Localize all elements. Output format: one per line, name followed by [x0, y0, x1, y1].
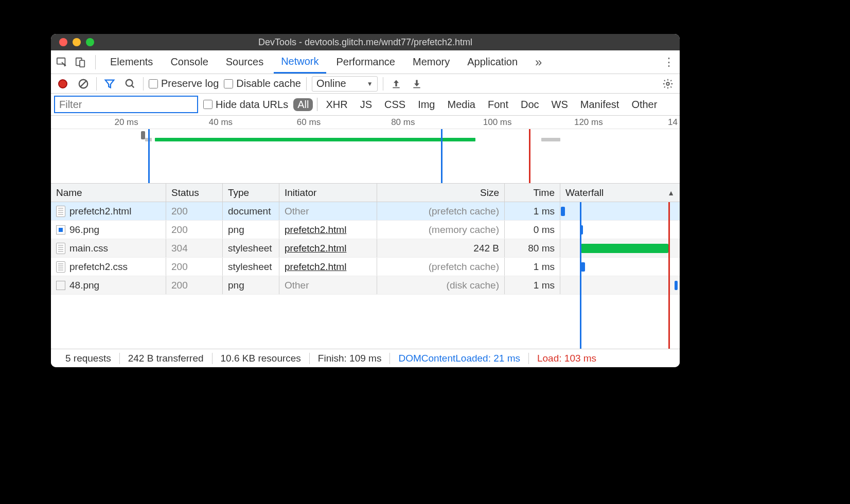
gear-icon[interactable]	[660, 76, 676, 92]
svg-point-9	[666, 82, 669, 85]
titlebar: DevTools - devtools.glitch.me/wndt77/pre…	[51, 34, 680, 50]
filter-input[interactable]	[54, 96, 198, 113]
svg-point-5	[126, 79, 133, 86]
status-resources: 10.6 KB resources	[213, 353, 310, 364]
tick-80: 80 ms	[391, 117, 415, 128]
overview-blue-line	[441, 129, 442, 183]
minimize-icon[interactable]	[73, 38, 81, 46]
throttling-value: Online	[316, 78, 346, 89]
table-row[interactable]: 48.png200pngOther(disk cache)1 ms	[51, 276, 680, 295]
disable-cache-checkbox[interactable]: Disable cache	[224, 78, 301, 89]
col-time[interactable]: Time	[505, 184, 560, 202]
hide-data-urls-label: Hide data URLs	[216, 99, 288, 111]
more-tabs-button[interactable]: »	[528, 50, 549, 74]
request-name: main.css	[69, 243, 108, 254]
fullscreen-icon[interactable]	[86, 38, 94, 46]
table-row[interactable]: prefetch2.html200documentOther(prefetch …	[51, 202, 680, 221]
tick-right: 14	[668, 117, 678, 128]
request-waterfall	[560, 221, 680, 239]
request-initiator[interactable]: prefetch2.html	[285, 224, 346, 236]
image-icon	[56, 225, 65, 235]
request-time: 1 ms	[505, 258, 560, 276]
table-body: prefetch2.html200documentOther(prefetch …	[51, 202, 680, 349]
sort-asc-icon: ▲	[667, 189, 675, 197]
filter-icon[interactable]	[102, 76, 117, 92]
filter-type-other[interactable]: Other	[627, 98, 661, 111]
tick-100: 100 ms	[483, 117, 512, 128]
col-type[interactable]: Type	[223, 184, 279, 202]
col-waterfall[interactable]: Waterfall▲	[560, 184, 680, 202]
col-status[interactable]: Status	[166, 184, 223, 202]
hide-data-urls-checkbox[interactable]: Hide data URLs	[203, 99, 288, 111]
traffic-lights	[51, 38, 94, 46]
search-icon[interactable]	[122, 76, 138, 92]
preserve-log-checkbox[interactable]: Preserve log	[149, 78, 219, 89]
file-icon	[56, 206, 65, 217]
overview-load-line	[529, 129, 530, 183]
tab-performance[interactable]: Performance	[329, 50, 403, 74]
request-status: 200	[166, 276, 223, 294]
filter-type-all[interactable]: All	[293, 98, 313, 111]
filter-type-img[interactable]: Img	[414, 98, 439, 111]
filter-type-ws[interactable]: WS	[547, 98, 572, 111]
divider	[95, 55, 96, 69]
svg-rect-0	[57, 58, 65, 64]
timeline-overview[interactable]: 20 ms 40 ms 60 ms 80 ms 100 ms 120 ms 14	[51, 116, 680, 184]
disable-cache-label: Disable cache	[236, 78, 301, 89]
request-status: 200	[166, 221, 223, 239]
table-row[interactable]: prefetch2.css200stylesheetprefetch2.html…	[51, 258, 680, 276]
col-name[interactable]: Name	[51, 184, 166, 202]
upload-har-icon[interactable]	[388, 76, 404, 92]
request-waterfall	[560, 276, 680, 294]
filter-type-js[interactable]: JS	[356, 98, 376, 111]
file-icon	[56, 261, 65, 273]
tab-console[interactable]: Console	[163, 50, 215, 74]
preserve-log-label: Preserve log	[161, 78, 219, 89]
tab-application[interactable]: Application	[460, 50, 525, 74]
request-type: document	[223, 202, 279, 220]
device-toggle-icon[interactable]	[73, 55, 88, 70]
filter-type-media[interactable]: Media	[443, 98, 479, 111]
tab-network[interactable]: Network	[274, 50, 326, 74]
request-initiator[interactable]: prefetch2.html	[285, 243, 346, 254]
status-requests: 5 requests	[57, 353, 120, 364]
tab-sources[interactable]: Sources	[219, 50, 271, 74]
image-icon	[56, 281, 65, 290]
throttling-select[interactable]: Online ▼	[312, 76, 378, 92]
request-size: 242 B	[377, 239, 505, 257]
filter-type-font[interactable]: Font	[484, 98, 512, 111]
devtools-window: DevTools - devtools.glitch.me/wndt77/pre…	[51, 34, 680, 367]
tab-elements[interactable]: Elements	[103, 50, 160, 74]
chevron-down-icon: ▼	[367, 80, 373, 87]
col-initiator[interactable]: Initiator	[279, 184, 377, 202]
request-type: stylesheet	[223, 258, 279, 276]
overview-dcl-line	[148, 129, 150, 183]
request-name: 96.png	[69, 224, 99, 236]
filter-type-manifest[interactable]: Manifest	[576, 98, 624, 111]
status-bar: 5 requests 242 B transferred 10.6 KB res…	[51, 349, 680, 367]
svg-rect-2	[80, 60, 84, 67]
request-size: (disk cache)	[377, 276, 505, 294]
request-time: 80 ms	[505, 239, 560, 257]
request-time: 1 ms	[505, 202, 560, 220]
table-header: Name Status Type Initiator Size Time Wat…	[51, 184, 680, 202]
table-row[interactable]: main.css304stylesheetprefetch2.html242 B…	[51, 239, 680, 258]
request-status: 304	[166, 239, 223, 257]
tab-memory[interactable]: Memory	[405, 50, 457, 74]
request-type: stylesheet	[223, 239, 279, 257]
record-button[interactable]	[55, 76, 70, 92]
col-size[interactable]: Size	[377, 184, 505, 202]
table-row[interactable]: 96.png200pngprefetch2.html(memory cache)…	[51, 221, 680, 239]
close-icon[interactable]	[59, 38, 67, 46]
status-dcl: DOMContentLoaded: 21 ms	[390, 353, 529, 364]
request-status: 200	[166, 202, 223, 220]
filter-type-doc[interactable]: Doc	[517, 98, 543, 111]
filter-type-xhr[interactable]: XHR	[322, 98, 351, 111]
download-har-icon[interactable]	[409, 76, 424, 92]
kebab-menu-icon[interactable]: ⋮	[661, 56, 677, 69]
clear-icon[interactable]	[76, 76, 91, 92]
filter-type-css[interactable]: CSS	[380, 98, 410, 111]
request-initiator[interactable]: prefetch2.html	[285, 261, 346, 273]
inspect-icon[interactable]	[54, 55, 69, 70]
range-handle-left[interactable]	[141, 131, 145, 139]
